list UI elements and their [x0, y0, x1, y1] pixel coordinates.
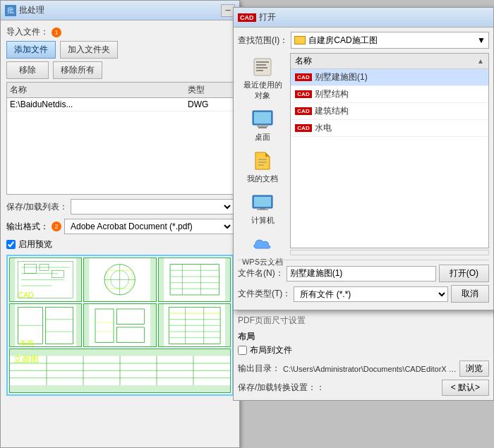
file-table-header: 名称 类型 — [7, 83, 233, 98]
filetype-select[interactable]: 所有文件 (*.*) — [294, 286, 448, 302]
dialog-footer: 文件名(N)： 打开(O) 文件类型(T)： 所有文件 (*.*) 取消 — [238, 260, 489, 305]
svg-rect-31 — [90, 304, 151, 347]
layout-title: 布局 — [238, 331, 489, 343]
save-load-row: 保存/加载列表： — [6, 199, 234, 214]
location-value: 自建房CAD施工图 — [308, 35, 377, 47]
save-convert-label: 保存/加载转换设置：： — [238, 382, 325, 394]
open-button[interactable]: 打开(O) — [439, 265, 489, 282]
output-dir-value: C:\Users\Administrator\Documents\CADEdit… — [283, 365, 457, 373]
desktop-icon — [251, 108, 274, 131]
lower-section: PDF页面尺寸设置 布局 布局到文件 输出目录： C:\Users\Admini… — [233, 310, 494, 401]
svg-rect-64 — [258, 127, 267, 128]
preview-cell-1: CAD — [9, 258, 82, 302]
filename-row: 文件名(N)： 打开(O) — [238, 265, 489, 282]
dialog-title-icon: CAD — [238, 13, 256, 22]
svg-rect-16 — [164, 258, 225, 301]
list-item-2[interactable]: CAD 建筑结构 — [291, 103, 488, 120]
output-format-select[interactable]: Adobe Acrobat Document (*.pdf) — [64, 219, 234, 234]
filename-input[interactable] — [287, 266, 436, 281]
location-label: 查找范围(I)： — [238, 35, 288, 47]
browse-button[interactable]: 浏览 — [459, 361, 489, 377]
enable-preview-checkbox[interactable] — [6, 240, 16, 249]
svg-text:CAD: CAD — [18, 291, 34, 299]
file-list-header: 名称 ▲ — [291, 54, 488, 69]
file-name-3: 水电 — [315, 122, 332, 134]
table-row[interactable]: E:\BaiduNetdis... DWG — [7, 98, 233, 111]
list-item-3[interactable]: CAD 水电 — [291, 120, 488, 137]
svg-text:布局: 布局 — [20, 339, 34, 347]
svg-rect-60 — [256, 70, 263, 71]
nav-desktop-label: 桌面 — [255, 132, 270, 143]
file-list-panel: 名称 ▲ CAD 别墅建施图(1) CAD 别墅结构 CAD 建筑结构 — [290, 53, 489, 248]
folder-icon — [294, 36, 306, 44]
horizontal-scrollbar[interactable] — [290, 250, 489, 255]
layout-to-file-checkbox[interactable] — [238, 346, 247, 355]
format-badge: 2 — [52, 222, 61, 231]
computer-icon — [251, 191, 274, 214]
preview-area: CAD — [6, 255, 234, 396]
save-load-select[interactable] — [71, 199, 234, 214]
layout-to-file-label: 布局到文件 — [250, 344, 292, 356]
cancel-button[interactable]: 取消 — [451, 285, 489, 303]
svg-text:立面图: 立面图 — [13, 354, 39, 364]
nav-documents[interactable]: 我的文档 — [238, 147, 287, 187]
dialog-body: 查找范围(I)： 自建房CAD施工图 ▼ — [234, 28, 493, 310]
preview-cell-6 — [158, 303, 231, 348]
nav-panel: 最近使用的对象 桌面 — [238, 53, 287, 255]
cad-icon-1: CAD — [295, 90, 312, 98]
file-list-container: 名称 ▲ CAD 别墅建施图(1) CAD 别墅结构 CAD 建筑结构 — [290, 53, 489, 255]
main-title-icon: 批 — [5, 5, 16, 16]
save-load-label: 保存/加载列表： — [6, 201, 68, 213]
svg-rect-59 — [256, 67, 267, 68]
file-type-cell: DWG — [188, 99, 230, 109]
add-folder-button[interactable]: 加入文件夹 — [60, 41, 118, 59]
list-item-0[interactable]: CAD 别墅建施图(1) — [291, 69, 488, 86]
cad-icon-3: CAD — [295, 124, 312, 132]
location-select[interactable]: 自建房CAD施工图 ▼ — [291, 32, 489, 49]
layout-section: 布局 布局到文件 — [238, 331, 489, 356]
file-table: 名称 类型 E:\BaiduNetdis... DWG — [6, 82, 234, 195]
dropdown-arrow: ▼ — [477, 35, 486, 45]
add-file-button[interactable]: 添加文件 — [6, 41, 56, 59]
output-format-label: 输出格式： 2 — [6, 221, 61, 233]
col-type-header: 类型 — [188, 84, 230, 96]
import-badge: 1 — [52, 28, 61, 37]
svg-rect-63 — [257, 125, 268, 127]
nav-recent-label: 最近使用的对象 — [241, 80, 284, 101]
svg-rect-58 — [256, 64, 266, 66]
nav-recent[interactable]: 最近使用的对象 — [238, 53, 287, 104]
nav-documents-label: 我的文档 — [247, 174, 278, 184]
recent-icon — [251, 56, 274, 78]
documents-icon — [251, 150, 274, 172]
filetype-row: 文件类型(T)： 所有文件 (*.*) 取消 — [238, 285, 489, 303]
enable-preview-label: 启用预览 — [18, 238, 52, 250]
preview-cell-3 — [158, 258, 231, 302]
default-button[interactable]: < 默认> — [442, 380, 489, 396]
preview-cell-5 — [83, 303, 156, 348]
svg-rect-71 — [260, 208, 265, 210]
svg-rect-57 — [256, 61, 269, 63]
remove-button[interactable]: 移除 — [6, 61, 49, 79]
main-content: 导入文件： 1 添加文件 加入文件夹 移除 移除所有 名称 类型 E:\Baid… — [1, 20, 239, 401]
cloud-icon — [251, 233, 274, 255]
preview-cell-wide: 立面图 — [9, 349, 231, 393]
nav-desktop[interactable]: 桌面 — [238, 105, 287, 145]
remove-buttons-row: 移除 移除所有 — [6, 61, 234, 79]
layout-to-file-row: 布局到文件 — [238, 344, 489, 356]
remove-all-button[interactable]: 移除所有 — [53, 61, 102, 79]
file-list-col-name: 名称 — [295, 55, 312, 67]
file-name-1: 别墅结构 — [315, 88, 349, 100]
filename-label: 文件名(N)： — [238, 267, 284, 279]
main-window: 批 批处理 ─ 导入文件： 1 添加文件 加入文件夹 移除 移除所有 名称 类型… — [0, 0, 240, 448]
file-name-2: 建筑结构 — [315, 105, 349, 117]
nav-computer-label: 计算机 — [251, 215, 275, 226]
action-buttons-row: 添加文件 加入文件夹 — [6, 41, 234, 59]
import-label: 导入文件： 1 — [6, 26, 234, 38]
list-item-1[interactable]: CAD 别墅结构 — [291, 86, 488, 103]
preview-cell-2 — [83, 258, 156, 302]
cad-icon-0: CAD — [295, 73, 312, 81]
col-name-header: 名称 — [10, 84, 188, 96]
main-title-text: 批处理 — [19, 4, 44, 16]
cad-icon-2: CAD — [295, 107, 312, 115]
nav-computer[interactable]: 计算机 — [238, 188, 287, 229]
